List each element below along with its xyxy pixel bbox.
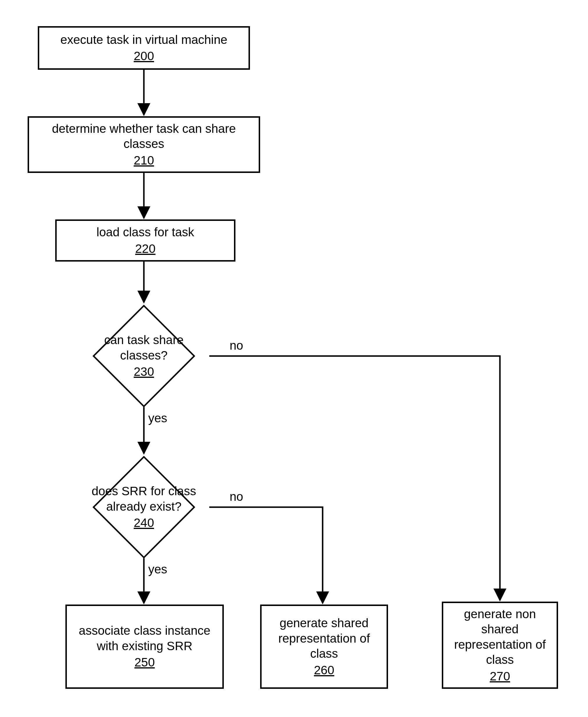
node-text: generate non shared representation of cl… bbox=[446, 607, 554, 668]
node-text: determine whether task can share classes bbox=[32, 121, 256, 152]
node-ref: 210 bbox=[134, 153, 154, 168]
node-ref: 270 bbox=[490, 669, 510, 684]
node-ref: 200 bbox=[134, 48, 154, 64]
node-text: can task share classes? bbox=[89, 333, 198, 363]
process-associate-srr: associate class instance with existing S… bbox=[65, 605, 224, 689]
node-text: does SRR for class already exist? bbox=[89, 484, 198, 514]
label-yes-240: yes bbox=[148, 562, 167, 576]
process-execute-task: execute task in virtual machine 200 bbox=[38, 26, 250, 70]
node-ref: 240 bbox=[134, 515, 154, 531]
process-generate-nonshared: generate non shared representation of cl… bbox=[442, 602, 558, 689]
decision-can-share: can task share classes? 230 bbox=[108, 320, 180, 392]
node-text: associate class instance with existing S… bbox=[70, 623, 219, 654]
process-generate-shared: generate shared representation of class … bbox=[260, 605, 388, 689]
node-text: load class for task bbox=[97, 225, 194, 240]
node-ref: 230 bbox=[134, 364, 154, 380]
node-text: execute task in virtual machine bbox=[60, 32, 227, 48]
process-load-class: load class for task 220 bbox=[55, 219, 235, 261]
flowchart-canvas: execute task in virtual machine 200 dete… bbox=[0, 0, 588, 717]
node-text: generate shared representation of class bbox=[265, 616, 384, 661]
node-ref: 260 bbox=[314, 663, 334, 678]
node-ref: 250 bbox=[134, 655, 155, 670]
label-yes-230: yes bbox=[148, 411, 167, 425]
node-ref: 220 bbox=[135, 241, 155, 257]
label-no-240: no bbox=[230, 490, 243, 504]
process-determine-share: determine whether task can share classes… bbox=[28, 116, 260, 173]
label-no-230: no bbox=[230, 339, 243, 353]
decision-srr-exists: does SRR for class already exist? 240 bbox=[108, 471, 180, 544]
